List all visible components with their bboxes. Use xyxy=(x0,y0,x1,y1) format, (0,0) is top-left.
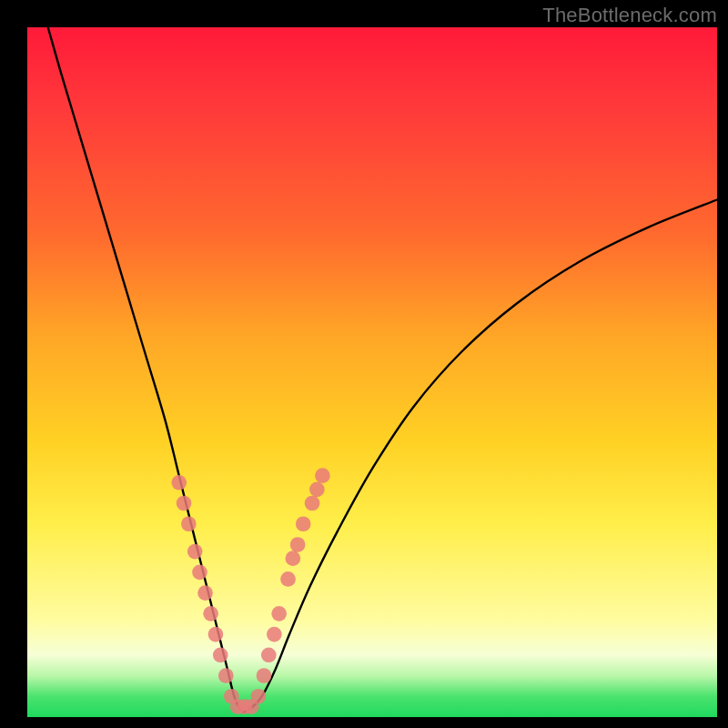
sample-point xyxy=(187,544,203,560)
bottleneck-curve xyxy=(48,27,717,712)
sample-point xyxy=(192,564,207,580)
chart-svg xyxy=(27,27,717,717)
sample-point xyxy=(296,516,311,531)
sample-point xyxy=(177,496,192,511)
sample-point xyxy=(197,585,213,601)
sample-point xyxy=(171,475,187,490)
sample-point xyxy=(285,551,300,566)
sample-point xyxy=(257,668,272,683)
sample-point xyxy=(251,689,267,704)
sample-point xyxy=(290,537,306,552)
sample-points xyxy=(171,468,329,714)
sample-point xyxy=(315,468,330,483)
plot-area xyxy=(27,27,717,717)
sample-point xyxy=(305,496,320,511)
sample-point xyxy=(213,647,228,662)
sample-point xyxy=(218,668,234,683)
watermark-text: TheBottleneck.com xyxy=(542,4,717,27)
sample-point xyxy=(261,647,277,662)
sample-point xyxy=(267,627,282,642)
sample-point xyxy=(181,516,197,531)
chart-frame: TheBottleneck.com xyxy=(0,0,728,728)
sample-point xyxy=(271,606,287,622)
sample-point xyxy=(280,571,296,587)
sample-point xyxy=(208,627,224,642)
sample-point xyxy=(203,606,218,622)
sample-point xyxy=(309,482,325,498)
